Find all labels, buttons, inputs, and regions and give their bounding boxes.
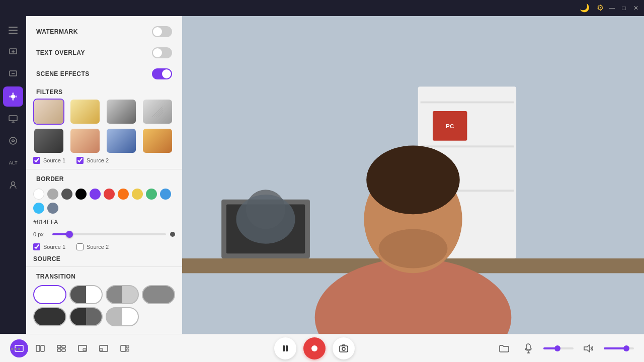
- maximize-button[interactable]: □: [620, 4, 628, 12]
- audio-slider[interactable]: [604, 347, 634, 349]
- color-cyan[interactable]: [33, 203, 44, 214]
- svg-point-8: [9, 96, 11, 98]
- screenshot-button[interactable]: [333, 337, 355, 359]
- watermark-toggle[interactable]: [152, 26, 172, 37]
- svg-point-7: [12, 99, 14, 101]
- color-lightgray[interactable]: [47, 189, 58, 200]
- color-slate[interactable]: [47, 203, 58, 214]
- volume-track[interactable]: [543, 347, 574, 349]
- minimize-button[interactable]: —: [608, 4, 616, 12]
- volume-thumb[interactable]: [554, 345, 560, 351]
- settings-cog-icon[interactable]: ⚙: [597, 3, 604, 13]
- filter-source1-label: Source 1: [43, 157, 65, 163]
- slider-thumb[interactable]: [66, 231, 73, 238]
- text-overlay-toggle[interactable]: [152, 47, 172, 58]
- border-sources-row: Source 1 Source 2: [26, 240, 182, 253]
- filter-source1-checkbox[interactable]: [33, 157, 40, 164]
- svg-point-9: [15, 96, 17, 98]
- color-red[interactable]: [104, 189, 115, 200]
- microphone-button[interactable]: [519, 339, 537, 357]
- svg-point-48: [311, 345, 317, 351]
- sidebar-monitor[interactable]: [3, 109, 23, 129]
- filter-portrait[interactable]: [69, 128, 101, 154]
- effects-icon: [8, 92, 18, 102]
- more-options[interactable]: [7, 344, 24, 354]
- sidebar-import[interactable]: [3, 42, 23, 62]
- preview-area: PC: [182, 16, 644, 334]
- filter-bw[interactable]: [106, 99, 137, 125]
- svg-rect-10: [9, 116, 17, 121]
- svg-rect-51: [526, 344, 530, 350]
- text-overlay-row: TEXT OVERLAY: [26, 42, 182, 63]
- layout-pip3-button[interactable]: [116, 339, 134, 357]
- layout-grid2-icon: [57, 345, 66, 352]
- audio-fill: [604, 347, 625, 349]
- record-icon: [310, 344, 318, 352]
- color-white[interactable]: [33, 189, 44, 200]
- filter-blue[interactable]: [106, 128, 137, 154]
- bottom-toolbar: [0, 334, 644, 362]
- transition-light-half[interactable]: [106, 307, 139, 326]
- theme-toggle-icon[interactable]: 🌙: [580, 3, 590, 13]
- slider-max-dot: [170, 232, 175, 237]
- transition-dark-half[interactable]: [69, 307, 103, 326]
- color-blue[interactable]: [160, 189, 171, 200]
- filter-source2-checkbox[interactable]: [76, 157, 84, 164]
- microphone-icon: [525, 343, 532, 353]
- filter-normal[interactable]: [33, 99, 64, 125]
- layout-pip1-button[interactable]: [73, 339, 92, 357]
- border-slider-track[interactable]: [52, 233, 166, 235]
- record-button[interactable]: [303, 337, 326, 359]
- svg-point-28: [366, 145, 460, 214]
- transition-half-left[interactable]: [69, 285, 103, 304]
- svg-rect-37: [57, 349, 61, 351]
- sidebar-alt[interactable]: ALT: [3, 153, 23, 173]
- sidebar-person[interactable]: [3, 175, 23, 195]
- color-darkgray[interactable]: [61, 189, 72, 200]
- filter-dark[interactable]: [33, 128, 64, 154]
- more-dots-icon[interactable]: [7, 344, 24, 354]
- transition-grid: [26, 283, 182, 328]
- layout-pip2-icon: [99, 345, 108, 352]
- border-source1-label: Source 1: [43, 244, 65, 250]
- filter-warm[interactable]: [69, 99, 101, 125]
- audio-track[interactable]: [604, 347, 634, 349]
- border-source1-checkbox[interactable]: [33, 243, 40, 250]
- svg-rect-34: [41, 345, 44, 351]
- hex-input[interactable]: [33, 219, 94, 226]
- speaker-button[interactable]: [580, 339, 598, 357]
- svg-rect-18: [421, 145, 514, 147]
- color-orange[interactable]: [118, 189, 129, 200]
- color-green[interactable]: [146, 189, 157, 200]
- speaker-icon: [584, 344, 594, 352]
- color-yellow[interactable]: [132, 189, 143, 200]
- transition-fade[interactable]: [106, 285, 139, 304]
- text-overlay-label: TEXT OVERLAY: [36, 49, 85, 56]
- scene-effects-toggle[interactable]: [152, 68, 172, 79]
- svg-rect-45: [126, 349, 129, 351]
- layout-pip2-button[interactable]: [95, 339, 113, 357]
- folder-button[interactable]: [495, 339, 513, 357]
- volume-slider[interactable]: [543, 347, 574, 349]
- transition-dark-oval[interactable]: [33, 307, 66, 326]
- transition-oval[interactable]: [33, 285, 66, 304]
- pause-button[interactable]: [274, 337, 296, 359]
- color-purple[interactable]: [90, 189, 101, 200]
- sidebar-effects[interactable]: [3, 86, 23, 107]
- audio-thumb[interactable]: [623, 345, 629, 351]
- border-source2-checkbox[interactable]: [76, 243, 84, 250]
- filter-sunset[interactable]: [142, 128, 173, 154]
- layout-grid2-button[interactable]: [52, 339, 70, 357]
- transition-full[interactable]: [142, 285, 175, 304]
- color-black[interactable]: [75, 189, 87, 200]
- close-button[interactable]: ✕: [632, 4, 640, 12]
- export-icon: [8, 69, 18, 79]
- sidebar-menu[interactable]: [3, 20, 23, 40]
- sidebar-export[interactable]: [3, 64, 23, 84]
- svg-rect-47: [286, 345, 288, 351]
- svg-rect-46: [283, 345, 285, 351]
- layout-2-button[interactable]: [31, 339, 49, 357]
- svg-rect-49: [340, 346, 348, 352]
- sidebar-audio[interactable]: [3, 131, 23, 151]
- filter-sketch[interactable]: [142, 99, 173, 125]
